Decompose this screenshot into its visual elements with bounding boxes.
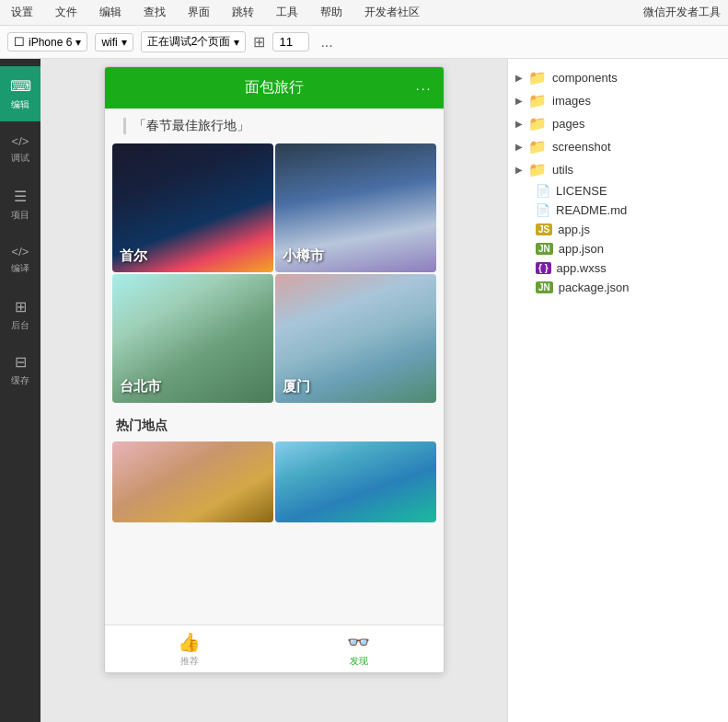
file-license-icon: 📄 bbox=[536, 184, 550, 198]
file-panel: ▶ 📁 components ▶ 📁 images ▶ 📁 pages ▶ 📁 … bbox=[507, 59, 728, 722]
wifi-label: wifi bbox=[101, 36, 117, 49]
file-packagejson-icon: JN bbox=[536, 281, 553, 293]
menu-edit[interactable]: 编辑 bbox=[96, 3, 125, 22]
recommend-label: 推荐 bbox=[180, 655, 199, 668]
left-sidebar: ⌨ 编辑 </> 调试 ☰ 项目 </> 编译 ⊞ 后台 ⊟ 缓存 bbox=[0, 59, 40, 722]
section1-title: 「春节最佳旅行地」 bbox=[105, 109, 444, 143]
sidebar-backend-label: 后台 bbox=[11, 319, 29, 332]
arrow-components: ▶ bbox=[515, 73, 523, 83]
nav-discover[interactable]: 👓 发现 bbox=[274, 625, 444, 672]
menu-file[interactable]: 文件 bbox=[52, 3, 81, 22]
hot-card-1[interactable] bbox=[275, 441, 436, 522]
city-label-1: 小樽市 bbox=[283, 247, 324, 265]
menu-tools[interactable]: 工具 bbox=[272, 3, 302, 22]
sidebar-item-editor[interactable]: ⌨ 编辑 bbox=[0, 66, 40, 121]
grid-icon: ⊞ bbox=[253, 33, 265, 51]
device-selector[interactable]: ☐ iPhone 6 ▾ bbox=[7, 32, 87, 52]
sidebar-item-compile[interactable]: </> 编译 bbox=[0, 232, 40, 287]
discover-label: 发现 bbox=[350, 655, 368, 668]
folder-screenshot-label: screenshot bbox=[552, 140, 611, 154]
file-tree-appjs[interactable]: JS app.js bbox=[508, 220, 728, 239]
main-area: ⌨ 编辑 </> 调试 ☰ 项目 </> 编译 ⊞ 后台 ⊟ 缓存 面包旅行 bbox=[0, 59, 728, 722]
arrow-pages: ▶ bbox=[515, 119, 523, 129]
arrow-screenshot: ▶ bbox=[515, 142, 523, 152]
menu-jump[interactable]: 跳转 bbox=[228, 3, 258, 22]
file-wxss-icon: { } bbox=[536, 262, 551, 274]
menu-help[interactable]: 帮助 bbox=[317, 3, 346, 22]
debug-selector[interactable]: 正在调试2个页面 ▾ bbox=[141, 31, 247, 52]
phone-frame: 面包旅行 ··· 「春节最佳旅行地」 首尔 bbox=[104, 66, 445, 673]
file-js-icon: JS bbox=[536, 223, 552, 235]
file-tree-appwxss[interactable]: { } app.wxss bbox=[508, 258, 728, 278]
hot-section: 热门地点 bbox=[105, 410, 444, 522]
sidebar-item-backend[interactable]: ⊞ 后台 bbox=[0, 287, 40, 342]
folder-screenshot-icon: 📁 bbox=[528, 138, 547, 155]
page-number-input[interactable] bbox=[272, 32, 309, 52]
menu-find[interactable]: 查找 bbox=[140, 3, 169, 22]
file-appjs-label: app.js bbox=[558, 223, 590, 236]
file-tree-screenshot[interactable]: ▶ 📁 screenshot bbox=[508, 135, 728, 158]
folder-pages-label: pages bbox=[552, 117, 584, 131]
city-card-0[interactable]: 首尔 bbox=[112, 143, 273, 272]
city-card-2[interactable]: 台北市 bbox=[112, 274, 273, 403]
folder-images-icon: 📁 bbox=[528, 92, 547, 109]
section1-title-text: 「春节最佳旅行地」 bbox=[123, 118, 249, 134]
city-card-3[interactable]: 厦门 bbox=[275, 274, 436, 403]
sidebar-cache-label: 缓存 bbox=[11, 374, 29, 387]
project-icon: ☰ bbox=[14, 188, 27, 205]
toolbar: ☐ iPhone 6 ▾ wifi ▾ 正在调试2个页面 ▾ ⊞ ... bbox=[0, 26, 728, 59]
menu-interface[interactable]: 界面 bbox=[184, 3, 214, 22]
file-appjson-label: app.json bbox=[559, 242, 604, 256]
folder-pages-icon: 📁 bbox=[528, 115, 547, 132]
nav-recommend[interactable]: 👍 推荐 bbox=[105, 625, 274, 672]
city-card-1[interactable]: 小樽市 bbox=[275, 143, 436, 272]
arrow-utils: ▶ bbox=[515, 165, 523, 175]
phone-bottom-nav: 👍 推荐 👓 发现 bbox=[105, 625, 444, 672]
device-checkbox: ☐ bbox=[14, 35, 25, 49]
sidebar-compile-label: 编译 bbox=[11, 262, 29, 275]
backend-icon: ⊞ bbox=[15, 298, 27, 315]
sidebar-item-cache[interactable]: ⊟ 缓存 bbox=[0, 342, 40, 397]
sidebar-item-debug[interactable]: </> 调试 bbox=[0, 121, 40, 177]
file-tree-appjson[interactable]: JN app.json bbox=[508, 239, 728, 258]
menu-settings[interactable]: 设置 bbox=[7, 3, 37, 22]
hot-card-0[interactable] bbox=[112, 441, 273, 522]
toolbar-checkbox-group: ⊞ bbox=[253, 33, 265, 51]
wifi-selector[interactable]: wifi ▾ bbox=[95, 33, 133, 52]
file-appwxss-label: app.wxss bbox=[557, 261, 607, 275]
city-label-2: 台北市 bbox=[120, 378, 161, 395]
toolbar-more-button[interactable]: ... bbox=[320, 34, 332, 51]
file-tree-packagejson[interactable]: JN package.json bbox=[508, 278, 728, 297]
hot-image-grid bbox=[105, 441, 444, 522]
file-packagejson-label: package.json bbox=[559, 281, 630, 294]
file-tree-components[interactable]: ▶ 📁 components bbox=[508, 66, 728, 89]
device-label: iPhone 6 bbox=[29, 36, 72, 49]
compile-icon: </> bbox=[12, 245, 29, 258]
app-title: 微信开发者工具 bbox=[643, 5, 721, 20]
hot-section-title: 热门地点 bbox=[105, 410, 444, 441]
folder-images-label: images bbox=[552, 94, 591, 108]
city-label-3: 厦门 bbox=[283, 378, 310, 395]
phone-header-dots[interactable]: ··· bbox=[416, 81, 433, 96]
recommend-icon: 👍 bbox=[178, 631, 201, 653]
folder-components-label: components bbox=[552, 71, 618, 85]
debug-chevron-icon: ▾ bbox=[234, 36, 239, 49]
file-tree-readme[interactable]: 📄 README.md bbox=[508, 201, 728, 220]
file-tree-pages[interactable]: ▶ 📁 pages bbox=[508, 112, 728, 135]
city-image-grid: 首尔 小樽市 台北市 厦门 bbox=[105, 143, 444, 403]
wifi-chevron-icon: ▾ bbox=[121, 36, 127, 49]
editor-icon: ⌨ bbox=[10, 77, 31, 95]
cache-icon: ⊟ bbox=[15, 353, 27, 371]
sidebar-project-label: 项目 bbox=[11, 209, 29, 222]
file-tree-license[interactable]: 📄 LICENSE bbox=[508, 181, 728, 201]
menu-devcommunity[interactable]: 开发者社区 bbox=[361, 3, 423, 22]
sidebar-item-project[interactable]: ☰ 项目 bbox=[0, 177, 40, 232]
file-tree-utils[interactable]: ▶ 📁 utils bbox=[508, 158, 728, 181]
discover-icon: 👓 bbox=[347, 631, 370, 653]
file-tree-images[interactable]: ▶ 📁 images bbox=[508, 89, 728, 112]
file-json-icon: JN bbox=[536, 243, 553, 255]
sidebar-editor-label: 编辑 bbox=[11, 98, 29, 111]
debug-label: 正在调试2个页面 bbox=[147, 34, 231, 50]
arrow-images: ▶ bbox=[515, 96, 523, 106]
folder-components-icon: 📁 bbox=[528, 69, 547, 86]
